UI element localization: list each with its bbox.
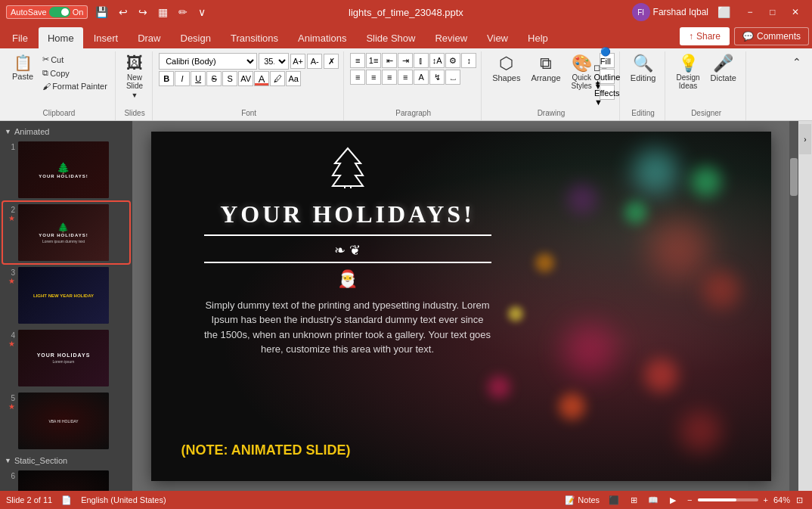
titlebar-left: AutoSave On 💾 ↩ ↪ ▦ ✏ ∨ bbox=[6, 5, 268, 20]
undo-icon[interactable]: ↩ bbox=[116, 5, 131, 20]
columns-button[interactable]: ⫿ bbox=[414, 53, 429, 68]
minimize-button[interactable]: − bbox=[739, 3, 761, 21]
line-spacing-button[interactable]: ↕ bbox=[461, 53, 476, 68]
shape-effects-button[interactable]: ✦ Effects ▼ bbox=[600, 85, 615, 100]
arrange-button[interactable]: ⧉ Arrange bbox=[526, 53, 565, 85]
format-painter-button[interactable]: 🖌 Format Painter bbox=[39, 80, 110, 92]
slide-item-1[interactable]: 1 🌲 YOUR HOLIDAYS! bbox=[3, 139, 129, 200]
font-color-button[interactable]: A bbox=[254, 71, 269, 86]
align-center-button[interactable]: ≡ bbox=[366, 70, 381, 85]
font-size-decrease-button[interactable]: A- bbox=[307, 54, 322, 69]
tab-view[interactable]: View bbox=[478, 27, 517, 48]
justify-button[interactable]: ≡ bbox=[398, 70, 413, 85]
close-button[interactable]: ✕ bbox=[785, 3, 806, 21]
ribbon-group-drawing: ⬡ Shapes ⧉ Arrange 🎨 Quick Styles 🔵 Fill… bbox=[483, 51, 620, 120]
align-right-button[interactable]: ≡ bbox=[382, 70, 397, 85]
maximize-button[interactable]: □ bbox=[762, 3, 783, 21]
present-icon[interactable]: ▦ bbox=[155, 5, 171, 20]
fit-slide-button[interactable]: ⊡ bbox=[793, 495, 806, 506]
text-direction-button[interactable]: ↕A bbox=[429, 53, 445, 68]
bullets-button[interactable]: ≡ bbox=[350, 53, 365, 68]
share-icon: ↑ bbox=[689, 31, 693, 42]
tab-animations[interactable]: Animations bbox=[289, 27, 355, 48]
tab-draw[interactable]: Draw bbox=[129, 27, 169, 48]
customize-icon[interactable]: ✏ bbox=[175, 5, 191, 20]
slide-sorter-button[interactable]: ⊞ bbox=[625, 493, 642, 507]
collapse-ribbon-button[interactable]: ⌃ bbox=[785, 54, 809, 70]
tab-review[interactable]: Review bbox=[426, 27, 476, 48]
slide-item-3[interactable]: 3 ★ LIGHT NEW YEAR HOLIDAY bbox=[3, 265, 129, 326]
numbering-button[interactable]: 1≡ bbox=[366, 53, 381, 68]
share-button[interactable]: ↑ Share bbox=[680, 27, 730, 45]
text-case-button[interactable]: Aa bbox=[286, 71, 301, 86]
bold-button[interactable]: B bbox=[159, 71, 174, 86]
tab-file[interactable]: File bbox=[3, 27, 37, 48]
svg-marker-0 bbox=[333, 148, 363, 186]
redo-icon[interactable]: ↪ bbox=[135, 5, 150, 20]
italic-button[interactable]: I bbox=[175, 71, 190, 86]
more-para-button[interactable]: ↯ bbox=[429, 70, 445, 85]
zoom-out-button[interactable]: − bbox=[684, 495, 695, 505]
tab-design[interactable]: Design bbox=[172, 27, 220, 48]
design-ideas-button[interactable]: 💡 Design Ideas bbox=[671, 53, 704, 92]
font-size-increase-button[interactable]: A+ bbox=[290, 54, 305, 69]
animated-section-arrow[interactable]: ▼ bbox=[5, 128, 11, 135]
font-name-select[interactable]: Calibri (Body) bbox=[159, 53, 257, 70]
zoom-in-button[interactable]: + bbox=[761, 495, 771, 505]
text-shadow-button[interactable]: A bbox=[414, 70, 429, 85]
new-slide-button[interactable]: 🖼 New Slide ▼ bbox=[122, 53, 147, 101]
highlight-button[interactable]: 🖊 bbox=[270, 71, 285, 86]
collapse-panel-button[interactable]: › bbox=[799, 124, 811, 154]
para-expand-button[interactable]: ⎵ bbox=[445, 70, 460, 85]
slide-item-2[interactable]: 2 ★ 🌲 YOUR HOLIDAYS! Lorem ipsum dummy t… bbox=[3, 202, 129, 263]
tab-slideshow[interactable]: Slide Show bbox=[357, 27, 424, 48]
ribbon: 📋 Paste ✂ Cut ⧉ Copy 🖌 Format Painter Cl… bbox=[0, 48, 812, 121]
tab-home[interactable]: Home bbox=[39, 27, 83, 48]
dictate-button[interactable]: 🎤 Dictate bbox=[706, 53, 741, 85]
align-left-button[interactable]: ≡ bbox=[350, 70, 365, 85]
autosave-toggle[interactable] bbox=[49, 7, 70, 17]
slide-item-5[interactable]: 5 ★ VBA HI HOLIDAY bbox=[3, 390, 129, 452]
reading-view-button[interactable]: 📖 bbox=[645, 493, 662, 507]
font-size-select[interactable]: 35.5 bbox=[259, 53, 289, 70]
new-slide-dropdown-icon[interactable]: ▼ bbox=[132, 92, 138, 99]
slides-content: 🖼 New Slide ▼ bbox=[122, 53, 147, 109]
save-icon[interactable]: 💾 bbox=[92, 5, 111, 20]
tab-help[interactable]: Help bbox=[519, 27, 557, 48]
more-icon[interactable]: ∨ bbox=[195, 5, 209, 20]
slide-notes-toggle-button[interactable]: 📄 bbox=[58, 495, 75, 506]
slide-vertical-scrollbar[interactable] bbox=[789, 121, 798, 491]
cut-button[interactable]: ✂ Cut bbox=[39, 53, 110, 66]
comments-button[interactable]: 💬 Comments bbox=[734, 27, 809, 45]
notes-button[interactable]: 📝 Notes bbox=[562, 495, 603, 506]
clear-formatting-button[interactable]: ✗ bbox=[324, 54, 339, 69]
increase-indent-button[interactable]: ⇥ bbox=[398, 53, 413, 68]
copy-button[interactable]: ⧉ Copy bbox=[39, 67, 110, 79]
char-spacing-button[interactable]: AV bbox=[238, 71, 253, 86]
shapes-button[interactable]: ⬡ Shapes bbox=[488, 53, 525, 85]
zoom-slider[interactable] bbox=[698, 498, 758, 501]
tab-transitions[interactable]: Transitions bbox=[222, 27, 287, 48]
clipboard-sub-buttons: ✂ Cut ⧉ Copy 🖌 Format Painter bbox=[39, 53, 110, 92]
paste-button[interactable]: 📋 Paste bbox=[8, 53, 38, 83]
ribbon-toggle-icon[interactable]: ⬜ bbox=[714, 5, 733, 20]
section-static: ▼ Static_Section bbox=[3, 453, 129, 468]
underline-button[interactable]: U bbox=[191, 71, 206, 86]
copy-icon: ⧉ bbox=[42, 68, 48, 78]
slide-note: (NOTE: ANIMATED SLIDE) bbox=[181, 442, 351, 458]
slide-item-6[interactable]: 6 🎅 bbox=[3, 468, 129, 491]
shadow-button[interactable]: S bbox=[222, 71, 237, 86]
slide-canvas[interactable]: YOUR HOLIDAYS! ❧ ❦ 🎅 Simply dummy text o… bbox=[151, 132, 771, 481]
static-section-arrow[interactable]: ▼ bbox=[5, 457, 11, 464]
quick-styles-button[interactable]: 🎨 Quick Styles bbox=[567, 53, 597, 92]
user-badge[interactable]: FI Farshad Iqbal bbox=[632, 3, 708, 21]
strikethrough-button[interactable]: S bbox=[206, 71, 222, 86]
tab-insert[interactable]: Insert bbox=[85, 27, 128, 48]
autosave-badge[interactable]: AutoSave On bbox=[6, 5, 88, 19]
slide-item-4[interactable]: 4 ★ YOUR HOLIDAYS Lorem ipsum bbox=[3, 327, 129, 389]
slideshow-view-button[interactable]: ▶ bbox=[665, 493, 681, 507]
smart-convert-button[interactable]: ⚙ bbox=[445, 53, 460, 68]
decrease-indent-button[interactable]: ⇤ bbox=[382, 53, 397, 68]
editing-button[interactable]: 🔍 Editing bbox=[626, 53, 661, 85]
normal-view-button[interactable]: ⬛ bbox=[606, 493, 622, 507]
